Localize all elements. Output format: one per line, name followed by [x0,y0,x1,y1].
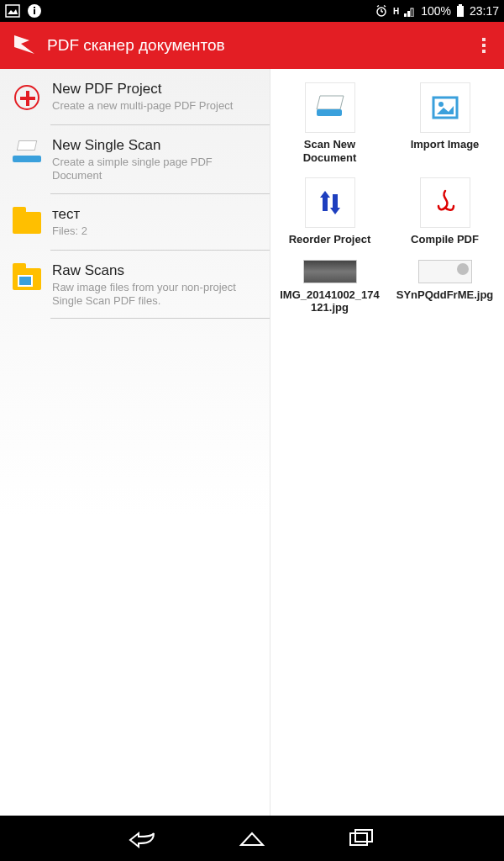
scanner-icon [305,82,355,133]
svg-marker-22 [330,208,340,214]
file-label: IMG_20141002_174121.jpg [280,288,381,314]
svg-marker-16 [317,96,344,109]
scanner-icon [13,145,41,162]
clock: 23:17 [470,4,499,18]
import-image-action[interactable]: Import Image [391,79,499,167]
svg-line-9 [384,6,386,8]
action-label: Import Image [411,138,480,151]
folder-image-icon [13,268,41,290]
home-button[interactable] [235,821,269,855]
svg-rect-25 [355,830,372,842]
overflow-menu-button[interactable] [474,33,494,58]
app-title: PDF сканер документов [47,36,225,55]
item-title: New PDF Project [52,81,263,98]
svg-marker-1 [8,9,18,14]
file-label: SYnPQddFrME.jpg [396,288,494,302]
left-pane: New PDF Project Create a new multi-page … [0,69,270,816]
svg-marker-15 [14,35,34,54]
file-item[interactable]: IMG_20141002_174121.jpg [276,256,384,318]
svg-rect-14 [457,6,464,17]
svg-marker-21 [320,191,330,198]
svg-rect-17 [317,109,342,116]
reorder-project-action[interactable]: Reorder Project [276,174,384,250]
image-icon [420,82,470,133]
svg-rect-10 [404,13,407,17]
svg-rect-12 [411,8,413,17]
right-pane: Scan New Document Import Image Reorder P… [270,69,504,816]
battery-icon [456,4,465,18]
item-title: Raw Scans [52,262,263,279]
svg-rect-3 [34,9,35,14]
svg-line-8 [377,6,379,8]
svg-rect-24 [350,833,367,845]
picture-notification-icon [5,4,20,18]
alarm-icon [375,4,388,18]
raw-scans-item[interactable]: Raw Scans Raw image files from your non-… [0,251,270,319]
compile-pdf-action[interactable]: Compile PDF [391,174,499,250]
recent-apps-button[interactable] [344,821,378,855]
image-thumbnail [418,260,472,283]
info-icon [27,3,42,18]
svg-rect-0 [6,5,19,17]
network-type: H [393,7,399,16]
action-label: Reorder Project [289,233,371,246]
plus-circle-icon [14,85,39,110]
system-nav-bar [0,816,504,861]
item-subtitle: Create a new multi-page PDF Project [52,99,263,113]
action-label: Scan New Document [280,138,381,164]
folder-icon [13,212,41,234]
reorder-icon [305,177,355,228]
item-subtitle: Create a simple single page PDF Document [52,156,263,183]
svg-rect-13 [459,4,462,6]
pdf-icon [420,177,470,228]
battery-percent: 100% [421,4,451,18]
status-bar: H 100% 23:17 [0,0,504,22]
app-bar: PDF сканер документов [0,22,504,69]
svg-point-19 [438,102,444,107]
item-title: New Single Scan [52,137,263,154]
back-button[interactable] [126,821,160,855]
file-item[interactable]: SYnPQddFrME.jpg [391,256,499,318]
image-thumbnail [303,260,357,283]
divider [50,318,270,319]
svg-rect-11 [407,11,410,17]
app-logo-icon [10,31,39,60]
action-label: Compile PDF [411,233,479,246]
svg-marker-20 [437,106,454,114]
scan-new-document-action[interactable]: Scan New Document [276,79,384,167]
item-subtitle: Files: 2 [52,224,263,238]
new-pdf-project-item[interactable]: New PDF Project Create a new multi-page … [0,69,270,124]
signal-icon [404,5,416,17]
new-single-scan-item[interactable]: New Single Scan Create a simple single p… [0,125,270,193]
project-folder-item[interactable]: тест Files: 2 [0,194,270,250]
item-title: тест [52,206,263,223]
item-subtitle: Raw image files from your non-project Si… [52,281,263,309]
svg-rect-4 [34,7,35,8]
content-area: New PDF Project Create a new multi-page … [0,69,504,816]
